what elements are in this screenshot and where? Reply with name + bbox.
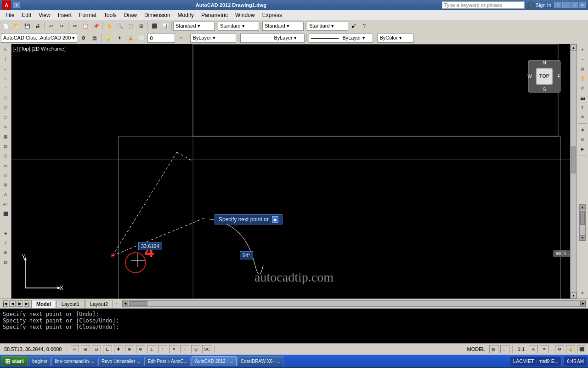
menu-format[interactable]: Format <box>75 11 100 19</box>
menu-tools[interactable]: Tools <box>100 11 120 19</box>
tool-region[interactable]: ⬡ <box>1 151 10 161</box>
tab-add[interactable]: + <box>115 301 118 306</box>
tool-table[interactable]: ⊞ <box>1 180 10 190</box>
tool-layer-extra[interactable]: ▤ <box>1 258 10 267</box>
dim-style-dropdown[interactable]: Standard ▾ <box>218 22 259 31</box>
lineweight-dropdown[interactable]: ByLayer ▾ <box>309 34 373 43</box>
layer-state-btn[interactable]: 💡 <box>103 33 113 43</box>
zoom-btn[interactable]: 🔍 <box>115 21 125 31</box>
table-style-dropdown[interactable]: Standard ▾ <box>262 22 304 31</box>
ml-style-dropdown[interactable]: Standard ▾ <box>307 22 348 31</box>
hscroll[interactable]: ◀ ▶ <box>122 300 586 307</box>
tool-measure[interactable]: ⊹ <box>1 238 10 247</box>
qs-btn[interactable]: ▤ <box>489 345 498 353</box>
vscroll-thumb[interactable] <box>571 146 576 173</box>
plot-style-dropdown[interactable]: ByColor ▾ <box>377 34 414 43</box>
linetype-dropdown[interactable]: ByLayer ▾ <box>240 34 305 43</box>
plot-btn[interactable]: 🖨 <box>33 21 43 31</box>
viewport-vscroll[interactable]: ▲ ▼ <box>570 44 577 299</box>
ws-btn[interactable]: ⬚ <box>500 345 509 353</box>
match-prop-btn[interactable]: 🖌 <box>349 21 359 31</box>
layer-lock-btn[interactable]: 🔒 <box>125 33 136 43</box>
rt-show[interactable]: 👁 <box>578 113 587 122</box>
tool-revision[interactable]: ◫ <box>1 171 10 180</box>
tool-circle[interactable]: ○ <box>1 74 10 83</box>
tab-layout1[interactable]: Layout1 <box>57 300 85 308</box>
tool-insert-block[interactable]: ⬛ <box>1 209 10 218</box>
tool-arc[interactable]: ◜ <box>1 84 10 93</box>
rt-walk[interactable]: ⇑ <box>578 103 587 112</box>
hscroll-thumb[interactable] <box>129 301 147 306</box>
taskbar-item-linecommand[interactable]: line-command-in-... <box>51 356 97 366</box>
tab-nav-last[interactable]: ▶| <box>24 300 30 307</box>
workspace-dropdown[interactable]: AutoCAD Clas...AutoCAD 200 ▾ <box>1 34 77 43</box>
rt-scroll-up[interactable]: ▲ <box>580 205 585 210</box>
tool-hatch[interactable]: ▦ <box>1 132 10 141</box>
model-btn[interactable]: MODEL <box>465 345 487 353</box>
workspace-switch-btn[interactable]: ⚙ <box>555 345 564 353</box>
rt-zoom-all[interactable]: ⊞ <box>578 64 587 74</box>
tab-model[interactable]: Model <box>31 300 56 308</box>
menu-insert[interactable]: Insert <box>54 11 75 19</box>
tool-wipeout[interactable]: ▭ <box>1 161 10 170</box>
tool-ellipse[interactable]: ⬭ <box>1 113 10 122</box>
menu-express[interactable]: Express <box>259 11 286 19</box>
rt-camera[interactable]: 📷 <box>578 93 587 103</box>
scale-label[interactable]: 1:1 <box>515 345 527 353</box>
menu-edit[interactable]: Edit <box>18 11 35 19</box>
layer-freeze-btn[interactable]: ☀ <box>114 33 124 43</box>
tool-3d[interactable]: ◈ <box>1 229 10 238</box>
pan-btn[interactable]: ✋ <box>104 21 114 31</box>
annotation2-btn[interactable]: ≡ <box>540 345 549 353</box>
tab-layout2[interactable]: Layout2 <box>85 300 113 308</box>
new-btn[interactable]: 📄 <box>1 21 11 31</box>
menu-dimension[interactable]: Dimension <box>141 11 174 19</box>
layer-name-input[interactable]: 0 <box>147 34 175 43</box>
sign-in-text[interactable]: Sign In <box>536 2 551 8</box>
lock-btn[interactable]: 🔒 <box>566 345 575 353</box>
ortho-btn[interactable]: ⊏ <box>103 345 112 353</box>
rt-showmotion[interactable]: ▶ <box>578 144 587 154</box>
tooltip-close-btn[interactable]: ■ <box>272 216 278 223</box>
tool-line[interactable]: / <box>1 55 10 64</box>
menu-draw[interactable]: Draw <box>120 11 141 19</box>
viewport[interactable]: [-] [Top] [2D Wireframe] <box>11 44 577 299</box>
annotation-btn[interactable]: A <box>529 345 538 353</box>
help-btn2[interactable]: ? <box>359 21 369 31</box>
taskbar-item-revo[interactable]: Revo Uninstaller ... <box>98 356 143 366</box>
dyn-btn[interactable]: + <box>158 345 167 353</box>
command-area[interactable]: Specify next point or [Undo]: Specify ne… <box>0 309 588 343</box>
grid-display-btn[interactable]: ⊞ <box>81 345 90 353</box>
rt-scroll-down[interactable]: ▼ <box>580 235 585 241</box>
tool-snap[interactable]: ⊕ <box>1 248 10 257</box>
tool-text-extra[interactable]: A+ <box>1 200 10 209</box>
tool-rect[interactable]: □ <box>1 93 10 103</box>
tpy-btn[interactable]: T <box>180 345 189 353</box>
color-dropdown[interactable]: ByLayer ▾ <box>190 34 236 43</box>
lwt-btn[interactable]: ≡ <box>169 345 178 353</box>
help-btn[interactable]: ? <box>554 2 561 8</box>
tool-point[interactable]: · <box>1 219 10 228</box>
paste-btn[interactable]: 📌 <box>91 21 101 31</box>
tool-select[interactable]: ↖ <box>1 45 10 54</box>
rt-orbit[interactable]: ↺ <box>578 84 587 93</box>
snap-btn[interactable]: ⊡ <box>92 345 101 353</box>
rt-zoom-in[interactable]: + <box>578 45 587 54</box>
layer-color-btn[interactable]: ⬜ <box>136 33 147 43</box>
vscroll-down-btn[interactable]: ▼ <box>571 292 577 299</box>
allow-disallow-btn[interactable]: ⊥ <box>147 345 156 353</box>
undo-btn[interactable]: ↩ <box>46 21 56 31</box>
tool-gradient[interactable]: ▤ <box>1 142 10 151</box>
redo-btn[interactable]: ↪ <box>57 21 67 31</box>
properties-btn[interactable]: 📊 <box>160 21 170 31</box>
menu-file[interactable]: File <box>2 11 18 19</box>
polar-btn[interactable]: ✚ <box>114 345 123 353</box>
sc-btn[interactable]: SC <box>202 345 211 353</box>
quick-access-btn[interactable]: ▾ <box>13 2 20 8</box>
hscroll-right[interactable]: ▶ <box>580 301 586 306</box>
zoom-window-btn[interactable]: ⬚ <box>125 21 136 31</box>
rt-bottom-btn[interactable]: ≡ <box>578 288 587 298</box>
search-input[interactable] <box>442 1 525 9</box>
tool-spline[interactable]: ∿ <box>1 122 10 132</box>
layer-btn[interactable]: ⬛ <box>149 21 159 31</box>
